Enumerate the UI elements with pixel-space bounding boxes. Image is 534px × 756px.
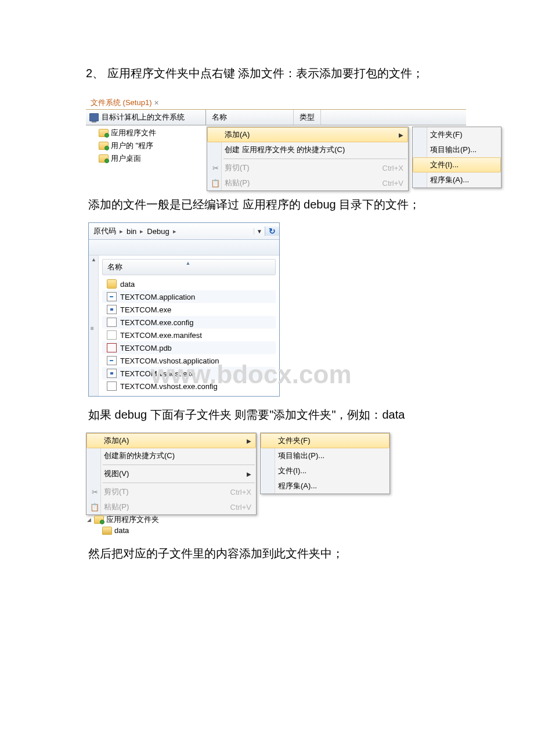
column-name[interactable]: 名称: [206, 110, 294, 125]
file-name: TEXTCOM.exe.manifest: [120, 331, 202, 340]
file-row[interactable]: TEXTCOM.vshost.exe: [102, 367, 276, 380]
file-name: TEXTCOM.application: [120, 293, 195, 301]
submenu-item-output[interactable]: 项目输出(P)...: [413, 142, 501, 157]
crumb[interactable]: bin: [124, 227, 139, 236]
submenu-add: 文件夹(F) 项目输出(P)... 文件(I)... 程序集(A)...: [412, 127, 501, 188]
folder-icon: [94, 516, 104, 524]
menu-item-paste: 📋粘贴(P)Ctrl+V: [86, 499, 256, 514]
breadcrumb[interactable]: 原代码▸ bin▸ Debug▸: [89, 226, 254, 236]
explorer-toolbar: [89, 240, 279, 255]
pdb-icon: [107, 343, 117, 352]
file-row[interactable]: TEXTCOM.exe.manifest: [102, 329, 276, 341]
file-row[interactable]: TEXTCOM.exe: [102, 303, 276, 316]
submenu-item-file[interactable]: 文件(I)...: [413, 157, 501, 172]
file-name: TEXTCOM.vshost.exe.config: [120, 382, 218, 391]
file-list: ▲名称 data TEXTCOM.application TEXTCOM.exe…: [99, 255, 279, 396]
menu-label: 程序集(A)...: [430, 175, 469, 185]
submenu-arrow-icon: ▶: [399, 132, 403, 138]
menu-item-cut: ✂剪切(T)Ctrl+X: [207, 160, 408, 175]
folder-icon: [99, 154, 109, 163]
folder-icon: [99, 142, 109, 150]
submenu-item-output[interactable]: 项目输出(P)...: [261, 448, 389, 463]
menu-label: 创建新的快捷方式(C): [104, 451, 175, 461]
menu-item-shortcut[interactable]: 创建 应用程序文件夹 的快捷方式(C): [207, 142, 408, 157]
file-row[interactable]: data: [102, 278, 276, 290]
file-row[interactable]: TEXTCOM.exe.config: [102, 316, 276, 329]
file-row[interactable]: TEXTCOM.pdb: [102, 341, 276, 354]
paragraph-3: 如果 debug 下面有子文件夹 则需要"添加文件夹"，例如：data: [0, 405, 534, 424]
exe-icon: [107, 305, 117, 314]
paste-icon: 📋: [211, 178, 220, 188]
config-icon: [107, 318, 117, 327]
column-type[interactable]: 类型: [294, 110, 321, 125]
file-icon: [107, 330, 117, 340]
menu-label: 文件夹(F): [430, 129, 463, 140]
paragraph-4: 然后把对应的子文件里的内容添加到此文件夹中；: [0, 544, 534, 563]
screenshot-context-menu-2: 添加(A)▶ 创建新的快捷方式(C) 视图(V)▶ ✂剪切(T)Ctrl+X 📋…: [86, 433, 534, 508]
menu-label: 视图(V): [104, 469, 129, 479]
application-icon: [107, 292, 117, 301]
file-row[interactable]: TEXTCOM.vshost.application: [102, 354, 276, 367]
dropdown-icon[interactable]: ▼: [254, 228, 265, 235]
menu-item-add[interactable]: 添加(A)▶: [207, 127, 408, 142]
tree-item-user-desktop[interactable]: 用户桌面: [86, 152, 199, 165]
screenshot-file-system: 文件系统 (Setup1) × 目标计算机上的文件系统 名称 类型 应用程序文件…: [86, 94, 466, 183]
submenu-item-folder[interactable]: 文件夹(F): [413, 127, 501, 142]
submenu-item-folder[interactable]: 文件夹(F): [261, 433, 389, 448]
file-name: data: [120, 280, 135, 289]
tree-item-child[interactable]: data: [86, 525, 534, 535]
shortcut-text: Ctrl+V: [371, 179, 403, 188]
file-name: TEXTCOM.vshost.application: [120, 357, 219, 365]
tree-header[interactable]: 目标计算机上的文件系统: [86, 110, 206, 125]
submenu-item-assembly[interactable]: 程序集(A)...: [413, 172, 501, 188]
shortcut-text: Ctrl+X: [371, 164, 403, 172]
tree-item-user-programs[interactable]: 用户的 "程序: [86, 139, 199, 152]
file-name: TEXTCOM.exe: [120, 305, 171, 314]
refresh-icon[interactable]: ↻: [265, 226, 279, 236]
address-bar[interactable]: 原代码▸ bin▸ Debug▸ ▼ ↻: [89, 223, 279, 240]
menu-label: 粘贴(P): [104, 502, 129, 512]
paste-icon: 📋: [90, 502, 99, 512]
tab-file-system[interactable]: 文件系统 (Setup1) ×: [87, 96, 163, 109]
file-row[interactable]: TEXTCOM.vshost.exe.config: [102, 380, 276, 393]
menu-item-add[interactable]: 添加(A)▶: [86, 433, 256, 448]
menu-label: 添加(A): [104, 435, 129, 446]
chevron-right-icon[interactable]: ▸: [139, 228, 145, 235]
menu-item-paste: 📋粘贴(P)Ctrl+V: [207, 175, 408, 190]
chevron-right-icon[interactable]: ▸: [118, 228, 124, 235]
tab-label: 文件系统 (Setup1): [91, 98, 151, 108]
submenu-arrow-icon: ▶: [247, 438, 251, 444]
file-name: TEXTCOM.pdb: [120, 344, 172, 352]
collapse-icon[interactable]: ◢: [86, 517, 92, 523]
config-icon: [107, 381, 117, 391]
close-icon[interactable]: ×: [154, 98, 158, 107]
submenu-item-file[interactable]: 文件(I)...: [261, 463, 389, 478]
crumb[interactable]: 原代码: [91, 226, 118, 236]
cut-icon: ✂: [211, 163, 220, 172]
menu-item-shortcut[interactable]: 创建新的快捷方式(C): [86, 448, 256, 463]
list-header: 名称 类型: [206, 110, 466, 125]
paragraph-2: 添加的文件一般是已经编译过 应用程序的 debug 目录下的文件；: [0, 195, 534, 214]
submenu-item-assembly[interactable]: 程序集(A)...: [261, 478, 389, 494]
menu-label: 项目输出(P)...: [278, 451, 324, 461]
tree-item-app-folder[interactable]: 应用程序文件: [86, 127, 199, 139]
tree-label: 应用程序文件夹: [106, 514, 159, 525]
menu-label: 剪切(T): [104, 487, 129, 497]
chevron-right-icon[interactable]: ▸: [172, 228, 178, 235]
context-menu: 添加(A)▶ 创建新的快捷方式(C) 视图(V)▶ ✂剪切(T)Ctrl+X 📋…: [86, 433, 257, 515]
menu-item-view[interactable]: 视图(V)▶: [86, 466, 256, 481]
menu-label: 粘贴(P): [225, 178, 250, 188]
menu-label: 文件夹(F): [278, 435, 311, 446]
menu-label: 创建 应用程序文件夹 的快捷方式(C): [225, 145, 345, 155]
scrollbar[interactable]: ▲≡: [89, 255, 99, 396]
shortcut-text: Ctrl+X: [219, 488, 251, 496]
sort-asc-icon: ▲: [186, 260, 191, 266]
shortcut-text: Ctrl+V: [219, 503, 251, 512]
tree-item-root[interactable]: ◢ 应用程序文件夹: [86, 514, 534, 525]
application-icon: [107, 356, 117, 365]
file-name: TEXTCOM.vshost.exe: [120, 369, 195, 378]
column-header-name[interactable]: ▲名称: [102, 259, 276, 275]
exe-icon: [107, 369, 117, 378]
file-row[interactable]: TEXTCOM.application: [102, 290, 276, 303]
crumb[interactable]: Debug: [145, 227, 171, 236]
